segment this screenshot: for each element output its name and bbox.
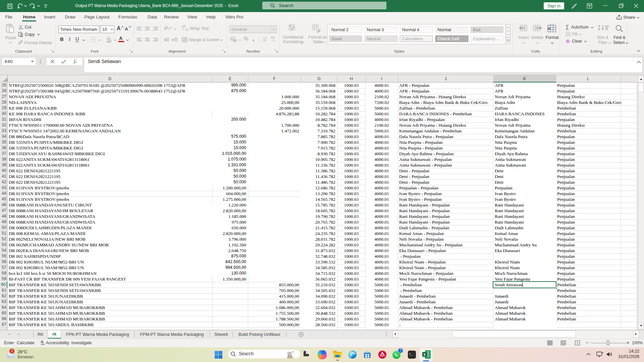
svg-text:$: $ xyxy=(231,38,233,41)
svg-text:X: X xyxy=(423,353,426,357)
